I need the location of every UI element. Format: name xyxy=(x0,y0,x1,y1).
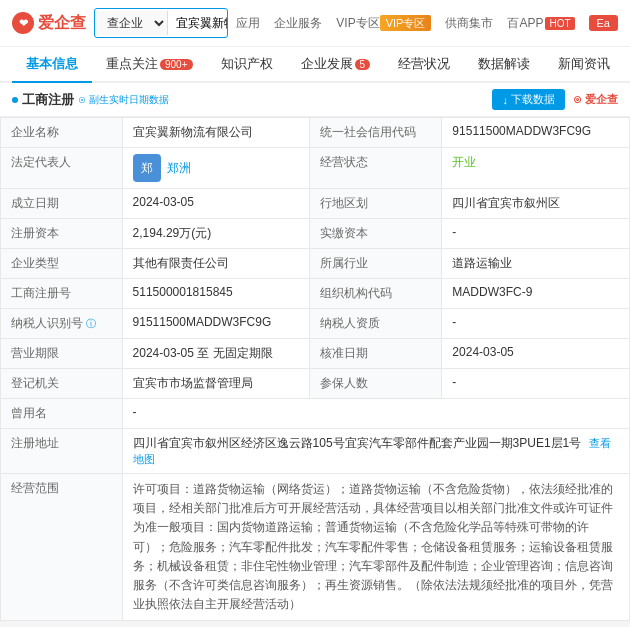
label-establish-date: 成立日期 xyxy=(1,189,123,219)
registration-title: 工商注册 ⊙ 副生实时日期数据 xyxy=(12,91,169,109)
value-approve-date: 2024-03-05 xyxy=(442,339,630,369)
value-biz-status: 开业 xyxy=(442,148,630,189)
value-scope: 许可项目：道路货物运输（网络货运）；道路货物运输（不含危险货物），依法须经批准的… xyxy=(122,474,629,621)
top-tabs: 基本信息 重点关注900+ 知识产权 企业发展5 经营状况 数据解读 新闻资讯 xyxy=(0,47,630,83)
value-credit-code: 91511500MADDW3FC9G xyxy=(442,118,630,148)
avatar: 郑 xyxy=(133,154,161,182)
table-row: 注册资本 2,194.29万(元) 实缴资本 - xyxy=(1,219,630,249)
label-taxpayer-qual: 纳税人资质 xyxy=(310,309,442,339)
nav-apply[interactable]: 应用 xyxy=(236,15,260,32)
value-reg-authority: 宜宾市市场监督管理局 xyxy=(122,369,310,399)
search-select[interactable]: 查企业 xyxy=(95,11,168,35)
tab-key-focus-badge: 900+ xyxy=(160,59,193,70)
tab-operation[interactable]: 经营状况 xyxy=(384,47,464,83)
search-bar: 查企业 查一下 xyxy=(94,8,228,38)
label-biz-reg-no: 工商注册号 xyxy=(1,279,123,309)
table-row: 曾用名 - xyxy=(1,399,630,429)
label-biz-period: 营业期限 xyxy=(1,339,123,369)
tab-key-focus[interactable]: 重点关注900+ xyxy=(92,47,207,83)
value-legal-rep: 郑 郑洲 xyxy=(122,148,310,189)
value-biz-period: 2024-03-05 至 无固定期限 xyxy=(122,339,310,369)
tab-data[interactable]: 数据解读 xyxy=(464,47,544,83)
logo-text: 爱企查 xyxy=(38,13,86,34)
logo: ❤ 爱企查 xyxy=(12,12,86,34)
ai-logo: ⊙ 爱企查 xyxy=(573,92,618,107)
tab-development-badge: 5 xyxy=(355,59,371,70)
nav-enterprise[interactable]: 企业服务 xyxy=(274,15,322,32)
value-former-name: - xyxy=(122,399,629,429)
value-paid-capital: - xyxy=(442,219,630,249)
value-company-type: 其他有限责任公司 xyxy=(122,249,310,279)
registration-header: 工商注册 ⊙ 副生实时日期数据 ↓ 下载数据 ⊙ 爱企查 xyxy=(0,83,630,117)
label-company-name: 企业名称 xyxy=(1,118,123,148)
vip-badge: VIP专区 xyxy=(380,15,432,31)
legal-rep-link[interactable]: 郑洲 xyxy=(167,160,191,177)
value-org-code: MADDW3FC-9 xyxy=(442,279,630,309)
label-credit-code: 统一社会信用代码 xyxy=(310,118,442,148)
table-row-scope: 经营范围 许可项目：道路货物运输（网络货运）；道路货物运输（不含危险货物），依法… xyxy=(1,474,630,621)
value-establish-date: 2024-03-05 xyxy=(122,189,310,219)
table-row: 企业名称 宜宾翼新物流有限公司 统一社会信用代码 91511500MADDW3F… xyxy=(1,118,630,148)
label-paid-capital: 实缴资本 xyxy=(310,219,442,249)
label-tax-id: 纳税人识别号 ⓘ xyxy=(1,309,123,339)
table-row: 企业类型 其他有限责任公司 所属行业 道路运输业 xyxy=(1,249,630,279)
label-org-code: 组织机构代码 xyxy=(310,279,442,309)
tab-development[interactable]: 企业发展5 xyxy=(287,47,385,83)
label-biz-status: 经营状态 xyxy=(310,148,442,189)
table-row: 工商注册号 511500001815845 组织机构代码 MADDW3FC-9 xyxy=(1,279,630,309)
info-icon: ⓘ xyxy=(86,318,96,329)
logo-icon: ❤ xyxy=(12,12,34,34)
value-company-name: 宜宾翼新物流有限公司 xyxy=(122,118,310,148)
label-company-type: 企业类型 xyxy=(1,249,123,279)
view-map-link[interactable]: 查看地图 xyxy=(133,437,611,465)
value-industry: 道路运输业 xyxy=(442,249,630,279)
label-legal-rep: 法定代表人 xyxy=(1,148,123,189)
hot-badge: HOT xyxy=(545,17,574,30)
label-approve-date: 核准日期 xyxy=(310,339,442,369)
header: ❤ 爱企查 查企业 查一下 应用 企业服务 VIP专区VIP专区 供商集市 百A… xyxy=(0,0,630,47)
table-row: 成立日期 2024-03-05 行地区划 四川省宜宾市叙州区 xyxy=(1,189,630,219)
registration-table: 企业名称 宜宾翼新物流有限公司 统一社会信用代码 91511500MADDW3F… xyxy=(0,117,630,621)
nav-user[interactable]: Ea xyxy=(589,15,618,31)
title-dot xyxy=(12,97,18,103)
nav-app[interactable]: 百APPHOT xyxy=(507,15,574,32)
realtime-data-link[interactable]: ⊙ 副生实时日期数据 xyxy=(78,93,169,107)
label-scope: 经营范围 xyxy=(1,474,123,621)
table-row: 法定代表人 郑 郑洲 经营状态 开业 xyxy=(1,148,630,189)
value-address: 四川省宜宾市叙州区经济区逸云路105号宜宾汽车零部件配套产业园一期3PUE1层1… xyxy=(122,429,629,474)
nav-links: 应用 企业服务 VIP专区VIP专区 供商集市 百APPHOT Ea xyxy=(236,15,618,32)
label-industry: 所属行业 xyxy=(310,249,442,279)
table-row: 登记机关 宜宾市市场监督管理局 参保人数 - xyxy=(1,369,630,399)
nav-vip[interactable]: VIP专区VIP专区 xyxy=(336,15,431,32)
tab-basic-info[interactable]: 基本信息 xyxy=(12,47,92,83)
value-reg-capital: 2,194.29万(元) xyxy=(122,219,310,249)
registration-actions: ↓ 下载数据 ⊙ 爱企查 xyxy=(492,89,618,110)
value-biz-reg-no: 511500001815845 xyxy=(122,279,310,309)
download-button[interactable]: ↓ 下载数据 xyxy=(492,89,565,110)
value-insured-count: - xyxy=(442,369,630,399)
table-row-address: 注册地址 四川省宜宾市叙州区经济区逸云路105号宜宾汽车零部件配套产业园一期3P… xyxy=(1,429,630,474)
download-icon: ↓ xyxy=(502,94,508,106)
label-reg-capital: 注册资本 xyxy=(1,219,123,249)
search-input[interactable] xyxy=(168,12,228,34)
label-address: 注册地址 xyxy=(1,429,123,474)
tab-news[interactable]: 新闻资讯 xyxy=(544,47,624,83)
label-reg-authority: 登记机关 xyxy=(1,369,123,399)
status-open: 开业 xyxy=(452,155,476,169)
label-region: 行地区划 xyxy=(310,189,442,219)
tab-ip[interactable]: 知识产权 xyxy=(207,47,287,83)
label-former-name: 曾用名 xyxy=(1,399,123,429)
label-insured-count: 参保人数 xyxy=(310,369,442,399)
value-taxpayer-qual: - xyxy=(442,309,630,339)
table-row: 营业期限 2024-03-05 至 无固定期限 核准日期 2024-03-05 xyxy=(1,339,630,369)
value-tax-id: 91511500MADDW3FC9G xyxy=(122,309,310,339)
nav-supplier[interactable]: 供商集市 xyxy=(445,15,493,32)
avatar-cell: 郑 郑洲 xyxy=(133,154,300,182)
table-row: 纳税人识别号 ⓘ 91511500MADDW3FC9G 纳税人资质 - xyxy=(1,309,630,339)
value-region: 四川省宜宾市叙州区 xyxy=(442,189,630,219)
